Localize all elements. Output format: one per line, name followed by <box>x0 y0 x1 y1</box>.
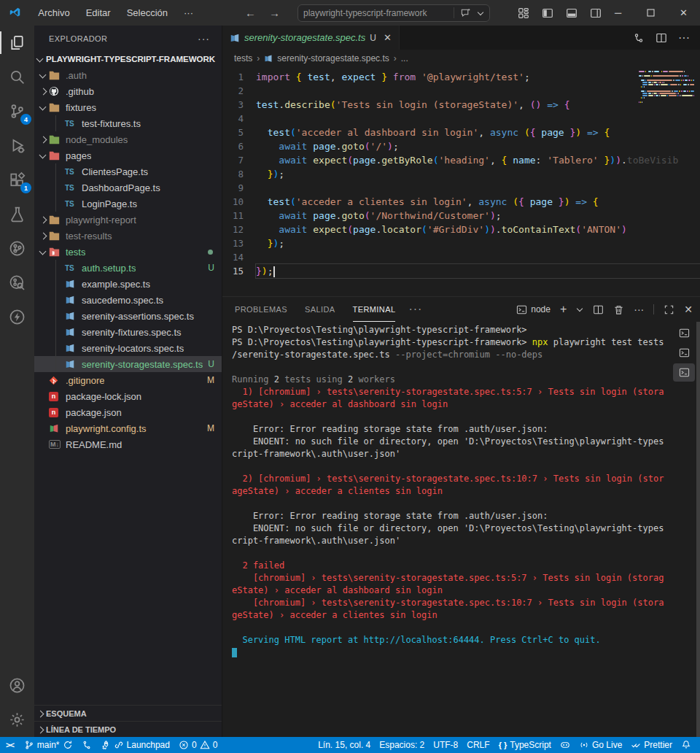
minimap[interactable] <box>639 71 694 104</box>
copilot-chat-icon[interactable] <box>460 7 471 18</box>
source-control-graph-icon[interactable] <box>633 32 645 44</box>
settings-gear-icon[interactable] <box>0 703 34 737</box>
tree-item-.github[interactable]: .github <box>34 83 222 99</box>
encoding-item[interactable]: UTF-8 <box>429 737 462 753</box>
tree-item-playwright.config.ts[interactable]: playwright.config.tsM <box>34 420 222 436</box>
tree-item-serenity-fixtures.spec.ts[interactable]: serenity-fixtures.spec.ts <box>34 324 222 340</box>
gitlens-icon[interactable] <box>0 231 34 266</box>
copilot-status-icon[interactable] <box>556 737 575 753</box>
tree-item-serenity-assertions.spec.ts[interactable]: serenity-assertions.spec.ts <box>34 308 222 324</box>
cursor-position-item[interactable]: Lín. 15, col. 4 <box>314 737 375 753</box>
launchpad-item[interactable]: Launchpad <box>96 737 174 753</box>
thunder-client-icon[interactable] <box>0 300 34 334</box>
extensions-icon[interactable]: 1 <box>0 163 34 197</box>
gitlens-inspect-icon[interactable] <box>0 266 34 300</box>
panel-tab-salida[interactable]: SALIDA <box>305 297 335 322</box>
toggle-sidebar-icon[interactable] <box>542 7 553 19</box>
language-item[interactable]: { } TypeScript <box>494 737 556 753</box>
tree-item-package-lock.json[interactable]: npackage-lock.json <box>34 388 222 404</box>
code-line-6: 6 await page.goto('/'); <box>222 139 700 153</box>
run-debug-icon[interactable] <box>0 128 34 163</box>
remote-indicator[interactable]: >< <box>0 737 20 753</box>
accounts-icon[interactable] <box>0 668 34 703</box>
tree-item-saucedemo.spec.ts[interactable]: saucedemo.spec.ts <box>34 292 222 308</box>
editor-more-actions-icon[interactable]: ··· <box>678 31 690 45</box>
terminal-view[interactable]: PS D:\Proyectos\Testing\playwright-types… <box>222 322 700 737</box>
maximize-button[interactable] <box>634 0 667 26</box>
code-editor[interactable]: 1import { test, expect } from '@playwrig… <box>222 67 700 296</box>
terminal-scrollbar[interactable] <box>696 322 700 737</box>
terminal-instance-3[interactable] <box>673 363 695 382</box>
explorer-more-actions-icon[interactable]: ··· <box>198 33 210 45</box>
close-button[interactable]: ✕ <box>667 0 700 26</box>
toggle-panel-icon[interactable] <box>566 7 578 19</box>
tree-item-fixtures[interactable]: fixtures <box>34 99 222 115</box>
outline-section[interactable]: ESQUEMA <box>34 705 222 721</box>
menu-item-0[interactable]: Archivo <box>30 7 77 18</box>
toggle-secondary-sidebar-icon[interactable] <box>590 7 602 19</box>
command-center-search[interactable]: playwright-typescript-framework <box>298 4 490 22</box>
breadcrumb-file[interactable]: serenity-storagestate.spec.ts <box>277 53 389 63</box>
tab-close-icon[interactable]: ✕ <box>384 32 392 43</box>
workspace-root-row[interactable]: PLAYWRIGHT-TYPESCRIPT-FRAMEWORK <box>34 51 222 67</box>
menu-item-3[interactable]: ··· <box>176 7 201 18</box>
git-status-badge: M <box>207 375 214 385</box>
source-control-graph-status-icon[interactable] <box>77 737 96 753</box>
breadcrumb-symbol[interactable]: ... <box>401 53 408 63</box>
tree-item-serenity-storagestate.spec.ts[interactable]: serenity-storagestate.spec.tsU <box>34 356 222 372</box>
go-live-item[interactable]: Go Live <box>575 737 626 753</box>
panel-tab-problemas[interactable]: PROBLEMAS <box>235 297 287 322</box>
split-terminal-icon[interactable] <box>593 304 604 315</box>
eol-item[interactable]: CRLF <box>462 737 494 753</box>
panel-more-tabs-icon[interactable]: ··· <box>408 297 422 322</box>
file-label: LoginPage.ts <box>82 198 137 209</box>
tree-item-example.spec.ts[interactable]: example.spec.ts <box>34 276 222 292</box>
tree-item-package.json[interactable]: npackage.json <box>34 404 222 420</box>
git-branch-item[interactable]: main* <box>20 737 77 753</box>
tree-item-test-fixtures.ts[interactable]: TStest-fixtures.ts <box>34 115 222 131</box>
tree-item-README.md[interactable]: M↓README.md <box>34 436 222 452</box>
notifications-bell-icon[interactable] <box>677 737 696 753</box>
tree-item-ClientesPage.ts[interactable]: TSClientesPage.ts <box>34 163 222 179</box>
chevron-down-icon[interactable] <box>477 9 484 17</box>
terminal-dropdown-icon[interactable] <box>576 306 583 313</box>
explorer-icon[interactable] <box>0 26 34 60</box>
tree-item-pages[interactable]: pages <box>34 147 222 163</box>
back-arrow-icon[interactable]: ← <box>245 7 256 19</box>
tree-item-serenity-locators.spec.ts[interactable]: serenity-locators.spec.ts <box>34 340 222 356</box>
timeline-section[interactable]: LÍNEA DE TIEMPO <box>34 721 222 737</box>
testing-icon[interactable] <box>0 197 34 231</box>
tree-item-LoginPage.ts[interactable]: TSLoginPage.ts <box>34 196 222 212</box>
tree-item-node_modules[interactable]: node_modules <box>34 131 222 147</box>
customize-layout-icon[interactable] <box>518 7 529 19</box>
tree-item-tests[interactable]: tests <box>34 244 222 260</box>
terminal-line: PS D:\Proyectos\Testing\playwright-types… <box>232 336 700 349</box>
menu-item-2[interactable]: Selección <box>119 7 176 18</box>
tab-serenity-storagestate[interactable]: serenity-storagestate.spec.ts U ✕ <box>222 26 400 50</box>
tree-item-playwright-report[interactable]: playwright-report <box>34 212 222 228</box>
tree-item-auth.setup.ts[interactable]: TSauth.setup.tsU <box>34 260 222 276</box>
tree-item-.gitignore[interactable]: .gitignoreM <box>34 372 222 388</box>
source-control-icon[interactable]: 4 <box>0 94 34 128</box>
close-panel-icon[interactable]: ✕ <box>684 304 693 315</box>
indentation-item[interactable]: Espacios: 2 <box>375 737 429 753</box>
tree-item-test-results[interactable]: test-results <box>34 228 222 244</box>
menu-item-1[interactable]: Editar <box>78 7 119 18</box>
new-terminal-icon[interactable]: + <box>560 303 567 316</box>
panel-more-actions-icon[interactable]: ··· <box>634 304 644 315</box>
breadcrumb-folder[interactable]: tests <box>234 53 252 63</box>
forward-arrow-icon[interactable]: → <box>269 7 280 19</box>
kill-terminal-icon[interactable] <box>613 304 624 315</box>
terminal-shell-item[interactable]: node <box>516 304 551 315</box>
minimize-button[interactable]: ─ <box>602 0 634 26</box>
tree-item-.auth[interactable]: .auth <box>34 67 222 83</box>
split-editor-icon[interactable] <box>656 32 667 44</box>
panel-tab-terminal[interactable]: TERMINAL <box>353 297 396 322</box>
prettier-item[interactable]: Prettier <box>626 737 677 753</box>
terminal-instance-1[interactable] <box>673 324 695 342</box>
terminal-instance-2[interactable] <box>673 344 695 362</box>
tree-item-DashboardPage.ts[interactable]: TSDashboardPage.ts <box>34 179 222 196</box>
search-icon[interactable] <box>0 60 34 94</box>
maximize-panel-icon[interactable] <box>664 304 674 315</box>
problems-item[interactable]: 0 0 <box>174 737 222 753</box>
